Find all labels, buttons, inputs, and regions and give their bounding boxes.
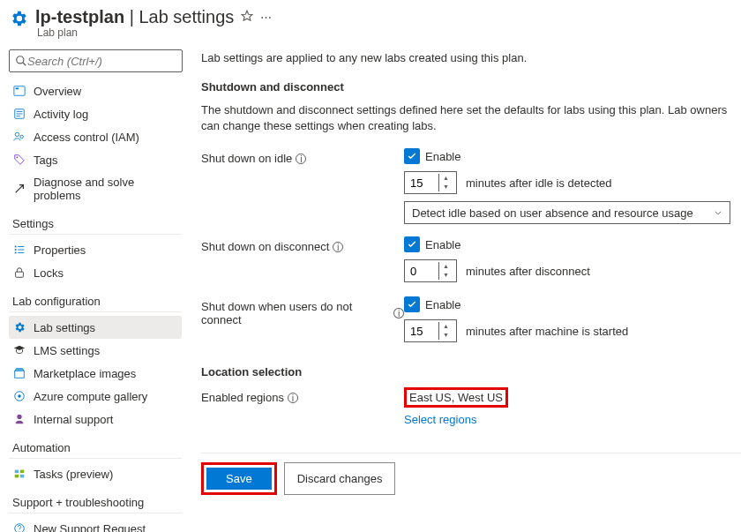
sidebar: « Overview Activity log Access control (… [0,42,185,532]
support-request-icon [12,521,26,532]
idle-detection-dropdown[interactable]: Detect idle based on user absence and re… [404,201,730,224]
idle-minutes-input[interactable]: ▲▼ [404,171,457,194]
nav-label: Access control (IAM) [34,131,139,144]
svg-point-11 [17,157,19,159]
favorite-star-icon[interactable] [241,10,253,25]
nav-divider [9,311,182,312]
discard-button[interactable]: Discard changes [284,462,396,495]
shutdown-heading: Shutdown and disconnect [201,80,740,94]
nav-divider [9,234,182,235]
search-icon [15,55,27,67]
save-button[interactable]: Save [206,468,272,490]
nav-diagnose[interactable]: Diagnose and solve problems [9,171,182,206]
nav-section-support: Support + troubleshooting [12,496,182,509]
info-icon[interactable]: i [288,393,298,403]
nav-label: Locks [34,266,64,280]
nav-label: Tasks (preview) [34,468,113,481]
nav-divider [9,513,182,513]
info-icon[interactable]: i [393,308,404,318]
resource-type-label: Lab plan [37,26,272,39]
shutdown-description: The shutdown and disconnect settings def… [201,102,740,134]
nav-locks[interactable]: Locks [9,261,182,284]
save-highlight: Save [201,462,277,495]
iam-icon [12,130,26,144]
page-header: lp-testplan | Lab settings ⋯ Lab plan [0,0,756,42]
disconnect-after-label: minutes after disconnect [466,265,590,278]
idle-label: Shut down on idlei [201,148,404,165]
intro-text: Lab settings are applied to any new labs… [201,51,740,64]
spin-up-icon[interactable]: ▲ [439,174,453,183]
nav-label: Azure compute gallery [34,390,147,403]
gear-icon [12,320,26,334]
nav-properties[interactable]: Properties [9,238,182,261]
svg-point-10 [20,135,24,139]
disconnect-enable-checkbox[interactable] [404,236,420,252]
regions-label: Enabled regionsi [201,387,404,404]
nav-section-labconfig: Lab configuration [12,295,182,308]
nav-label: Diagnose and solve problems [34,176,178,202]
nav-label: Overview [34,85,81,98]
command-bar: Save Discard changes [201,453,740,495]
select-regions-link[interactable]: Select regions [404,413,476,426]
nav-label: New Support Request [34,522,146,533]
enable-label: Enable [425,238,460,251]
nav-label: Lab settings [34,321,95,334]
idle-after-label: minutes after idle is detected [466,176,611,190]
activity-log-icon [12,107,26,121]
regions-value-highlight: East US, West US [404,387,508,408]
info-icon[interactable]: i [333,242,343,252]
spin-up-icon[interactable]: ▲ [439,262,453,271]
disconnect-label: Shut down on disconnecti [201,236,404,253]
overview-icon [12,84,26,98]
spin-down-icon[interactable]: ▼ [439,183,453,191]
nav-marketplace[interactable]: Marketplace images [9,362,182,385]
chevron-down-icon [714,206,722,220]
content-pane: Lab settings are applied to any new labs… [185,42,756,532]
properties-icon [12,243,26,257]
more-actions-icon[interactable]: ⋯ [260,11,272,24]
spin-down-icon[interactable]: ▼ [439,271,453,280]
disconnect-minutes-input[interactable]: ▲▼ [404,259,457,282]
page-title: lp-testplan | Lab settings [35,7,234,27]
enable-label: Enable [425,298,460,311]
noconnect-minutes-input[interactable]: ▲▼ [404,319,457,342]
dropdown-value: Detect idle based on user absence and re… [412,206,693,220]
search-input-wrapper[interactable] [9,49,183,72]
noconnect-after-label: minutes after machine is started [466,325,628,338]
nav-access-control[interactable]: Access control (IAM) [9,125,182,148]
lock-icon [12,266,26,280]
nav-tags[interactable]: Tags [9,148,182,171]
svg-rect-25 [15,475,19,478]
info-icon[interactable]: i [296,154,306,164]
nav-lab-settings[interactable]: Lab settings [9,316,182,339]
nav-label: Marketplace images [34,367,136,380]
tag-icon [12,153,26,167]
nav-label: Properties [34,244,86,257]
nav-overview[interactable]: Overview [9,79,182,102]
nav-new-support-request[interactable]: New Support Request [9,517,182,532]
nav-tasks[interactable]: Tasks (preview) [9,462,182,485]
svg-line-2 [23,63,26,66]
idle-enable-checkbox[interactable] [404,148,420,164]
svg-rect-24 [20,470,24,474]
noconnect-enable-checkbox[interactable] [404,296,420,312]
nav-activity-log[interactable]: Activity log [9,102,182,125]
regions-value: East US, West US [409,391,503,404]
nav-gallery[interactable]: Azure compute gallery [9,385,182,408]
gallery-icon [12,389,26,403]
nav-label: Internal support [34,413,113,426]
svg-rect-18 [16,272,24,277]
svg-rect-26 [20,475,24,478]
nav-lms-settings[interactable]: LMS settings [9,339,182,362]
spin-down-icon[interactable]: ▼ [439,331,453,340]
nav-internal-support[interactable]: Internal support [9,408,182,431]
marketplace-icon [12,366,26,380]
diagnose-icon [12,182,26,196]
spin-up-icon[interactable]: ▲ [439,322,453,331]
svg-point-21 [18,394,21,398]
enable-label: Enable [425,150,460,163]
tasks-icon [12,467,26,481]
search-input[interactable] [27,55,176,68]
svg-rect-23 [15,470,19,474]
svg-point-1 [17,56,24,64]
